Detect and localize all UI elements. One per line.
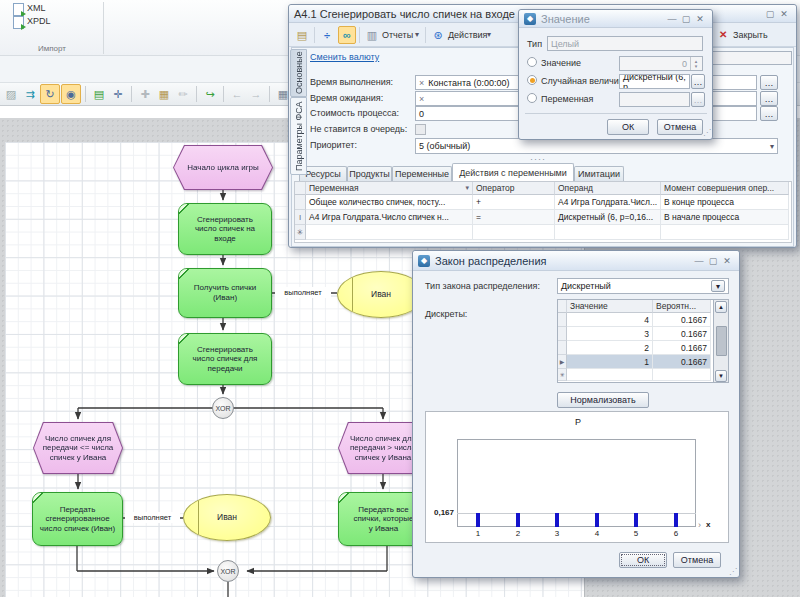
close-red-icon[interactable]: ✕ bbox=[719, 29, 727, 40]
change-currency-link[interactable]: Сменить валюту bbox=[310, 52, 379, 62]
col-variable[interactable]: Переменная ▾ bbox=[306, 182, 473, 195]
scroll-down-icon[interactable]: ▼ bbox=[715, 370, 727, 382]
refresh-icon[interactable]: ↻ bbox=[40, 84, 60, 104]
event-start-cycle[interactable]: Начало цикла игры bbox=[173, 145, 273, 190]
clear-icon[interactable]: × bbox=[419, 78, 424, 88]
format-brush-icon[interactable]: ✏ bbox=[174, 85, 192, 103]
resize-grip[interactable]: ⋰ bbox=[729, 567, 736, 576]
chain-link-icon[interactable]: ∞ bbox=[338, 26, 356, 44]
event-transfer-le[interactable]: Число спичек для передачи <= числа спиче… bbox=[33, 422, 123, 474]
priority-dropdown-icon[interactable]: ▾ bbox=[770, 142, 774, 151]
wait-time-ellipsis-button[interactable]: … bbox=[760, 91, 778, 106]
tab-variables[interactable]: Переменные bbox=[392, 166, 452, 181]
col-operator[interactable]: Оператор bbox=[473, 182, 555, 195]
table-row[interactable]: Ι А4 Игра Голдрата.Число спичек н... = Д… bbox=[295, 210, 791, 225]
table-row[interactable]: Общее количество спичек, посту... + А4 И… bbox=[295, 195, 791, 210]
value-ok-button[interactable]: ОК bbox=[607, 119, 649, 135]
reports-dropdown-icon[interactable]: ▾ bbox=[415, 30, 419, 39]
distribution-ok-button[interactable]: ОК bbox=[619, 552, 667, 568]
random-variable-field[interactable]: Дискретный (6, p bbox=[619, 74, 690, 89]
ribbon-item-xpdl[interactable]: XPDL bbox=[27, 16, 51, 26]
actor-ivan-ellipse[interactable]: Иван bbox=[183, 494, 271, 541]
table-row-new[interactable]: ✳ bbox=[295, 225, 791, 240]
col-moment[interactable]: Момент совершения опер... bbox=[661, 182, 789, 195]
col-operand[interactable]: Операнд bbox=[555, 182, 661, 195]
minimize-icon[interactable]: — bbox=[692, 255, 706, 267]
maximize-icon[interactable]: ▢ bbox=[706, 255, 720, 267]
type-field[interactable]: Целый bbox=[547, 36, 703, 51]
random-variable-ellipsis-button[interactable]: … bbox=[691, 74, 705, 89]
paste-shape-icon[interactable]: ✚ bbox=[136, 85, 154, 103]
col-value[interactable]: Значение bbox=[567, 300, 653, 313]
priority-combo[interactable]: 5 (обычный) ▾ bbox=[415, 138, 778, 154]
close-icon[interactable]: ✕ bbox=[693, 13, 707, 25]
discretes-scrollbar[interactable]: ▲ ▼ bbox=[714, 299, 729, 383]
chart-tick-2: 2 bbox=[506, 529, 530, 538]
decompose-icon[interactable]: ÷ bbox=[318, 26, 336, 44]
x-axis-arrow-icon: › bbox=[698, 520, 701, 530]
scroll-up-icon[interactable]: ▲ bbox=[715, 301, 727, 313]
discrete-row[interactable]: 3 0.1667 bbox=[558, 327, 713, 341]
chart-y-gridline-label: 0,167 bbox=[426, 508, 454, 517]
process-get-matches[interactable]: Получить спички (Иван) bbox=[178, 268, 272, 318]
variable-ellipsis-button[interactable]: … bbox=[691, 92, 705, 107]
discrete-row[interactable]: 2 0.1667 bbox=[558, 341, 713, 355]
cost-ellipsis-button[interactable]: … bbox=[760, 106, 778, 121]
normalize-button[interactable]: Нормализовать bbox=[557, 392, 649, 408]
clipped-tool-icon[interactable]: ▨ bbox=[2, 85, 20, 103]
actions-button[interactable]: Действия bbox=[448, 30, 487, 40]
close-button[interactable]: Закрыть bbox=[733, 30, 768, 40]
printer-icon[interactable]: ▥ bbox=[363, 26, 381, 44]
ribbon-item-xml[interactable]: XML bbox=[27, 3, 46, 13]
side-tab-fsa-params[interactable]: Параметры ФСА bbox=[290, 97, 307, 175]
scrollbar-thumb[interactable] bbox=[716, 326, 727, 356]
value-dialog: ◆ Значение — ▢ ✕ Тип Целый Значение 0 ▴ … bbox=[518, 9, 713, 140]
discrete-row-new[interactable]: ✳ bbox=[558, 369, 713, 381]
maximize-icon[interactable]: ▢ bbox=[679, 13, 693, 25]
resize-grip[interactable]: ⋰ bbox=[703, 128, 710, 137]
go-to-icon[interactable]: ↪ bbox=[201, 85, 219, 103]
value-radio[interactable] bbox=[527, 57, 537, 67]
image-icon[interactable]: ▦ bbox=[155, 85, 173, 103]
maximize-icon[interactable]: ▢ bbox=[763, 8, 777, 20]
variable-radio[interactable] bbox=[527, 93, 537, 103]
random-variable-radio[interactable] bbox=[527, 75, 537, 85]
minimize-icon[interactable]: — bbox=[665, 13, 679, 25]
tab-variable-actions[interactable]: Действия с переменными bbox=[452, 163, 574, 181]
process-generate-transfer[interactable]: Сгенерировать число спичек для передачи bbox=[178, 333, 272, 385]
value-cancel-button[interactable]: Отмена bbox=[657, 119, 703, 135]
value-dialog-titlebar[interactable]: ◆ Значение — ▢ ✕ bbox=[519, 10, 712, 28]
tab-products[interactable]: Продукты bbox=[347, 166, 392, 181]
forward-icon[interactable]: → bbox=[247, 85, 265, 103]
tab-imitations[interactable]: Имитации bbox=[574, 166, 624, 181]
move-icon[interactable]: ✛ bbox=[109, 85, 127, 103]
close-icon[interactable]: ✕ bbox=[777, 8, 791, 20]
reports-button[interactable]: Отчеты bbox=[382, 30, 413, 40]
view-mode-icon[interactable]: ◉ bbox=[61, 84, 81, 104]
back-icon[interactable]: ← bbox=[228, 85, 246, 103]
distribution-type-combo[interactable]: Дискретный ▾ bbox=[557, 278, 729, 294]
clear-icon[interactable]: × bbox=[419, 94, 424, 104]
exec-time-ellipsis-button[interactable]: … bbox=[760, 75, 778, 90]
value-spin-field[interactable]: 0 ▴ ▾ bbox=[619, 56, 703, 71]
xor-gateway-top[interactable]: XOR bbox=[212, 397, 234, 419]
process-transfer-generated[interactable]: Передать сгенерированное число спичек (И… bbox=[32, 492, 123, 546]
variable-field[interactable] bbox=[619, 92, 690, 107]
no-queue-checkbox[interactable] bbox=[415, 124, 426, 135]
actions-dropdown-icon[interactable]: ▾ bbox=[487, 30, 491, 39]
distribution-dialog-titlebar[interactable]: ◆ Закон распределения — ▢ ✕ bbox=[413, 251, 739, 271]
actions-icon[interactable]: ⊛ bbox=[429, 26, 447, 44]
process-generate-input[interactable]: Сгенерировать число спичек на входе bbox=[178, 203, 272, 255]
autoarrange-icon[interactable]: ⇉ bbox=[21, 85, 39, 103]
side-tab-main[interactable]: Основные bbox=[290, 49, 307, 97]
close-icon[interactable]: ✕ bbox=[720, 255, 734, 267]
discrete-row[interactable]: 4 0.1667 bbox=[558, 313, 713, 327]
card-icon[interactable]: ▤ bbox=[293, 26, 311, 44]
discrete-row-selected[interactable]: ▶ 1 0.1667 bbox=[558, 355, 713, 369]
col-probability[interactable]: Вероятн... bbox=[653, 300, 711, 313]
combo-dropdown-icon[interactable]: ▾ bbox=[711, 280, 725, 292]
distribution-cancel-button[interactable]: Отмена bbox=[673, 552, 721, 568]
xor-gateway-bottom[interactable]: XOR bbox=[217, 560, 239, 582]
page-setup-icon[interactable]: ▤ bbox=[90, 85, 108, 103]
spinner[interactable]: ▴ ▾ bbox=[690, 57, 701, 70]
